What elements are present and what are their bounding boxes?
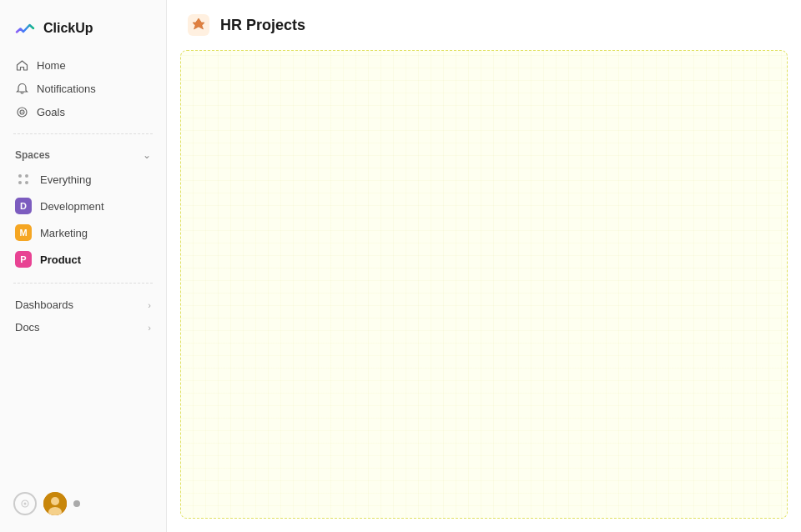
home-label: Home: [37, 59, 66, 72]
nav-goals[interactable]: Goals: [7, 100, 159, 123]
avatar: [43, 492, 67, 515]
docs-chevron-icon: ›: [148, 323, 151, 333]
everything-icon: [15, 171, 32, 188]
dotted-content-area: [180, 50, 788, 519]
bell-icon: [15, 82, 28, 95]
nav-notifications[interactable]: Notifications: [7, 77, 159, 100]
development-label: Development: [40, 200, 104, 213]
project-icon: [187, 13, 210, 37]
docs-label: Docs: [15, 321, 40, 334]
home-icon: [15, 58, 28, 72]
spaces-header[interactable]: Spaces ⌄: [7, 144, 159, 166]
logo-text: ClickUp: [43, 21, 93, 36]
logo-area[interactable]: ClickUp: [0, 10, 166, 53]
product-label: Product: [40, 253, 81, 266]
project-title: HR Projects: [220, 17, 305, 34]
sidebar-item-marketing[interactable]: M Marketing: [7, 219, 159, 246]
user-area[interactable]: [0, 485, 166, 522]
svg-point-4: [25, 174, 28, 178]
development-badge: D: [15, 198, 32, 214]
sidebar-item-product[interactable]: P Product: [7, 246, 159, 273]
svg-point-10: [51, 497, 59, 505]
dashboards-label: Dashboards: [15, 299, 73, 311]
divider-2: [13, 283, 153, 284]
sidebar-item-everything[interactable]: Everything: [7, 166, 159, 193]
dashboards-chevron-icon: ›: [148, 300, 151, 310]
svg-point-5: [18, 181, 22, 184]
main-header: HR Projects: [167, 0, 801, 50]
svg-point-8: [24, 503, 27, 505]
nav-section: Home Notifications Goals: [0, 53, 166, 123]
divider-1: [13, 133, 153, 134]
sidebar-item-docs[interactable]: Docs ›: [7, 316, 159, 339]
status-dot: [73, 500, 80, 507]
svg-point-3: [18, 174, 22, 178]
spaces-chevron-icon: ⌄: [143, 149, 151, 161]
marketing-badge: M: [15, 224, 32, 241]
everything-label: Everything: [40, 173, 91, 186]
sidebar-item-dashboards[interactable]: Dashboards ›: [7, 294, 159, 316]
svg-point-2: [21, 111, 23, 113]
dashboards-left: Dashboards: [15, 299, 73, 311]
product-badge: P: [15, 251, 32, 268]
nav-home[interactable]: Home: [7, 53, 159, 77]
goals-icon: [15, 105, 28, 118]
notification-ring-icon: [13, 492, 37, 515]
sidebar-item-development[interactable]: D Development: [7, 193, 159, 219]
sidebar: ClickUp Home Notifications: [0, 0, 167, 532]
notifications-label: Notifications: [37, 83, 96, 95]
main-content: HR Projects: [167, 0, 801, 532]
marketing-label: Marketing: [40, 227, 88, 239]
clickup-logo-icon: [13, 17, 37, 40]
svg-point-6: [25, 181, 28, 184]
spaces-label: Spaces: [15, 149, 50, 161]
docs-left: Docs: [15, 321, 40, 334]
avatar-face: [43, 492, 67, 515]
goals-label: Goals: [37, 106, 65, 118]
